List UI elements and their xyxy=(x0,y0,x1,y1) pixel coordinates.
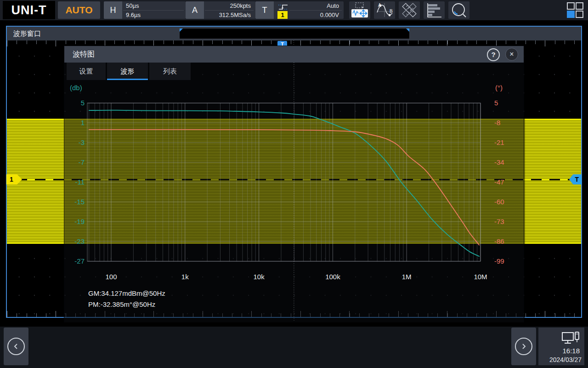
waveform-window-header: 波形窗口 xyxy=(7,27,581,40)
tab-list[interactable]: 列表 xyxy=(149,63,191,80)
trigger-mode-value: Auto xyxy=(289,1,342,11)
timebase-value: 50µs xyxy=(123,1,184,11)
window-layout-button[interactable] xyxy=(564,1,586,19)
waveform-drag-icon xyxy=(351,2,369,18)
svg-text:(db): (db) xyxy=(70,84,82,92)
window-layout-icon xyxy=(566,1,584,19)
svg-text:-73: -73 xyxy=(494,218,504,225)
remote-display-icon xyxy=(561,331,580,345)
channels-next-button[interactable] xyxy=(511,328,536,365)
bode-chart: 1001k10k100k1M10M551-8-3-21-7-34-11-47-1… xyxy=(64,63,524,322)
oscilloscope-screen: T 波形窗口 波特图 ? × 设置 波形 列表 1001k10k100k1M10… xyxy=(0,0,588,368)
histogram-button[interactable] xyxy=(424,1,445,19)
brand-logo: UNI-T xyxy=(3,1,55,19)
svg-text:-27: -27 xyxy=(74,257,85,265)
svg-text:-47: -47 xyxy=(494,178,504,186)
trigger-chip: T xyxy=(255,1,274,19)
svg-text:A: A xyxy=(378,3,381,8)
svg-text:5: 5 xyxy=(494,99,498,107)
acquisition-panel[interactable]: A 250kpts 312.5MSa/s xyxy=(186,1,255,19)
posbar-right-handle xyxy=(406,29,409,32)
zoom-button[interactable] xyxy=(448,1,469,19)
svg-text:-34: -34 xyxy=(494,158,504,166)
svg-text:(°): (°) xyxy=(495,84,503,92)
svg-text:-11: -11 xyxy=(75,178,85,186)
svg-text:-99: -99 xyxy=(494,257,504,265)
memory-depth-value: 250kpts xyxy=(205,1,254,11)
horizontal-panel[interactable]: H 50µs 9.6µs xyxy=(104,1,186,19)
measure-button[interactable] xyxy=(399,1,420,19)
bode-plot-dialog: 波特图 ? × 设置 波形 列表 1001k10k100k1M10M551-8-… xyxy=(64,46,524,322)
svg-text:-23: -23 xyxy=(74,237,85,245)
select-drag-mode-button[interactable] xyxy=(349,1,370,19)
horizontal-delay-value: 9.6µs xyxy=(123,11,184,19)
tab-settings[interactable]: 设置 xyxy=(67,63,106,80)
auto-button[interactable]: AUTO xyxy=(58,1,100,19)
trigger-edge-icon xyxy=(277,3,289,11)
magnifier-icon xyxy=(450,2,468,18)
svg-text:-19: -19 xyxy=(74,218,85,225)
trigger-source-badge: 1 xyxy=(277,11,288,19)
sample-rate-value: 312.5MSa/s xyxy=(205,11,254,19)
channels-prev-button[interactable] xyxy=(4,328,28,365)
trigger-level-value: 0.000V xyxy=(289,11,342,19)
close-icon[interactable]: × xyxy=(505,48,518,61)
dialog-header[interactable]: 波特图 ? × xyxy=(64,46,524,63)
help-icon[interactable]: ? xyxy=(487,48,500,61)
horizontal-chip: H xyxy=(104,1,122,19)
svg-text:-15: -15 xyxy=(74,198,85,206)
bottom-bar: C11.00V 1MΩFULL 1X 0.00V C21.00V 1MΩFULL… xyxy=(0,327,588,368)
clock-date: 2024/03/27 xyxy=(549,356,582,363)
svg-text:B: B xyxy=(390,9,393,14)
gain-margin-readout: GM:34.127mdBm@50Hz xyxy=(88,289,165,297)
waveform-window-title: 波形窗口 xyxy=(13,27,41,40)
horizontal-position-bar[interactable] xyxy=(179,28,410,39)
window-border-right xyxy=(581,26,582,318)
posbar-left-handle xyxy=(180,29,183,32)
window-border-left xyxy=(6,26,7,318)
tab-waveform[interactable]: 波形 xyxy=(107,63,148,80)
system-status-panel[interactable]: 16:18 2024/03/27 xyxy=(538,328,584,365)
measure-rulers-icon xyxy=(400,2,418,18)
dialog-title: 波特图 xyxy=(73,46,95,63)
top-toolbar: UNI-T AUTO H 50µs 9.6µs A 250kpts 312.5M… xyxy=(0,0,588,20)
svg-text:-8: -8 xyxy=(494,119,500,126)
svg-text:5: 5 xyxy=(81,99,85,107)
svg-text:1: 1 xyxy=(81,119,85,126)
svg-text:-3: -3 xyxy=(79,138,85,146)
svg-text:-7: -7 xyxy=(79,158,85,166)
svg-text:100: 100 xyxy=(105,273,117,281)
chevron-right-icon xyxy=(515,338,532,355)
svg-text:10M: 10M xyxy=(474,273,487,281)
phase-margin-readout: PM:-32.385m°@50Hz xyxy=(88,300,155,308)
cursor-ab-icon: A B xyxy=(375,2,394,18)
svg-text:1k: 1k xyxy=(181,273,189,281)
svg-text:1M: 1M xyxy=(402,273,412,281)
cursor-ab-button[interactable]: A B xyxy=(374,1,395,19)
clock-time: 16:18 xyxy=(562,347,580,355)
svg-text:-60: -60 xyxy=(494,198,504,206)
acquisition-chip: A xyxy=(186,1,204,19)
svg-text:-21: -21 xyxy=(494,138,504,146)
svg-text:-86: -86 xyxy=(494,237,504,245)
svg-text:100k: 100k xyxy=(325,273,340,281)
chevron-left-icon xyxy=(7,338,25,355)
svg-text:10k: 10k xyxy=(253,273,265,281)
histogram-icon xyxy=(425,2,443,18)
trigger-panel[interactable]: T 1 Auto 0.000V xyxy=(255,1,344,19)
